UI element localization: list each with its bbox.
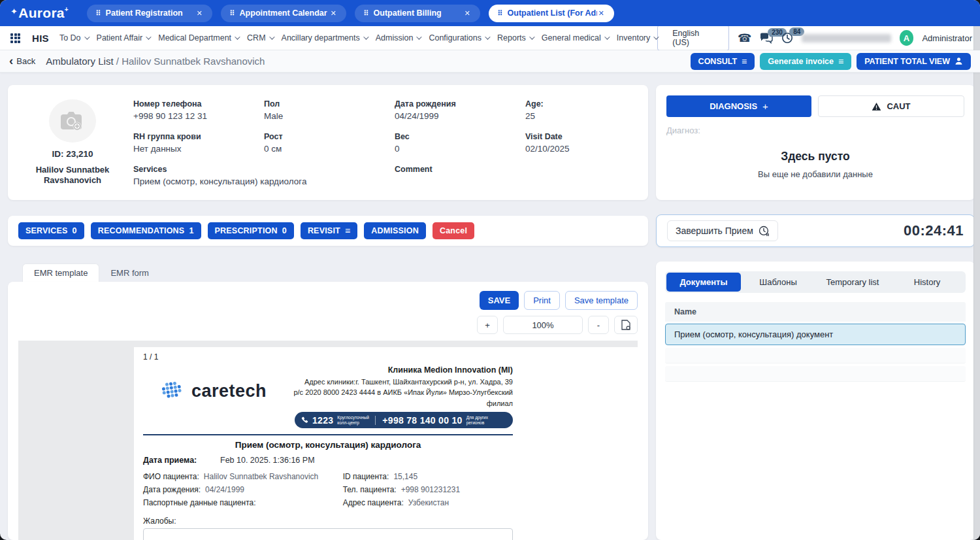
chevron-down-icon: [485, 34, 490, 39]
avatar[interactable]: A: [900, 30, 914, 46]
nav-item-inventory[interactable]: Inventory: [617, 33, 657, 42]
emr-editor-card: SAVE Print Save template + 100% -: [8, 282, 648, 540]
field-birth-date: Дата рождения 04/24/1999: [395, 99, 525, 121]
services-button[interactable]: SERVICES 0: [18, 222, 84, 239]
nav-item-reports[interactable]: Reports: [497, 33, 533, 42]
generate-invoice-button[interactable]: Generate invoice ≡: [760, 53, 851, 70]
document-row-empty: [665, 366, 966, 382]
zoom-in-button[interactable]: +: [477, 316, 498, 334]
breadcrumb-section[interactable]: Ambulatory List: [46, 56, 113, 67]
phone-icon[interactable]: ☎: [738, 31, 751, 45]
page-header: ‹ Back Ambulatory List / Halilov Sunnatb…: [0, 50, 980, 73]
save-button[interactable]: SAVE: [480, 291, 519, 310]
chevron-down-icon: [417, 34, 422, 39]
chevron-down-icon: [363, 34, 368, 39]
breadcrumb-patient: Halilov Sunnatbek Ravshanovich: [122, 56, 265, 67]
prescription-count: 0: [282, 226, 287, 235]
print-button[interactable]: Print: [524, 291, 560, 310]
save-template-button[interactable]: Save template: [565, 291, 638, 310]
nav-item-configurations[interactable]: Configurations: [429, 33, 489, 42]
close-icon[interactable]: ✕: [195, 8, 204, 19]
tab-emr-template[interactable]: EMR template: [22, 263, 99, 282]
redacted-org-label: [802, 34, 890, 42]
breadcrumb: Ambulatory List / Halilov Sunnatbek Ravs…: [46, 56, 265, 67]
patient-name: Halilov Sunnatbek Ravshanovich: [24, 165, 122, 186]
caut-button[interactable]: CAUT: [818, 95, 964, 117]
main-nav: HIS To Do Patient Affair Medical Departm…: [0, 26, 980, 50]
history-button[interactable]: 84: [781, 32, 793, 44]
nav-item-admission[interactable]: Admission: [376, 33, 421, 42]
drag-handle-icon[interactable]: ⠿: [229, 9, 235, 18]
doc-field-address: Адрес пациента:Узбекистан: [343, 498, 513, 507]
tab-outpatient-list[interactable]: ⠿ Outpatient List (For Admins) ✕: [489, 5, 614, 22]
visit-datetime-label: Дата приема:: [143, 456, 220, 465]
prescription-button[interactable]: PRESCRIPTION 0: [208, 222, 294, 239]
nav-item-medical-department[interactable]: Medical Department: [158, 33, 238, 42]
drag-handle-icon[interactable]: ⠿: [497, 9, 502, 18]
visit-actions-bar: SERVICES 0 RECOMMENDATIONS 1 PRESCRIPTIO…: [8, 216, 648, 246]
nav-item-general-medical[interactable]: General medical: [542, 33, 608, 42]
page-settings-button[interactable]: [614, 316, 638, 334]
finish-visit-button[interactable]: Завершить Прием: [667, 220, 778, 241]
clinic-account: р/с 2020 8000 2423 4444 в АИКБ «Ипак Йул…: [267, 387, 513, 409]
back-button[interactable]: ‹ Back: [9, 56, 35, 67]
field-visit-date: Visit Date 02/10/2025: [525, 132, 632, 154]
consult-button[interactable]: CONSULT ≡: [691, 53, 755, 70]
chat-button[interactable]: 230: [760, 33, 773, 44]
clinic-phone-number: +998 78 140 00 10: [382, 415, 462, 426]
cancel-button[interactable]: Cancel: [433, 222, 474, 239]
drag-handle-icon[interactable]: ⠿: [95, 9, 101, 18]
apps-grid-icon[interactable]: [8, 31, 23, 46]
document-page: 1 / 1: [134, 347, 638, 540]
tab-documents[interactable]: Документы: [666, 273, 741, 292]
doc-field-fio: ФИО пациента:Halilov Sunnatbek Ravshanov…: [143, 472, 343, 481]
recommendations-button[interactable]: RECOMMENDATIONS 1: [91, 222, 201, 239]
doc-field-tel: Тел. пациента:+998 901231231: [343, 485, 513, 494]
zoom-out-button[interactable]: -: [588, 316, 609, 334]
nav-menu: To Do Patient Affair Medical Department …: [59, 33, 657, 42]
close-icon[interactable]: ✕: [463, 8, 472, 19]
page-number: 1 / 1: [143, 352, 638, 362]
person-icon: [955, 57, 963, 65]
admission-button[interactable]: ADMISSION: [364, 222, 426, 239]
nav-item-crm[interactable]: CRM: [247, 33, 272, 42]
tab-emr-form[interactable]: EMR form: [99, 264, 160, 282]
top-bar: ✦ Aurora + ⠿ Patient Registration ✕ ⠿ Ap…: [0, 0, 980, 26]
drag-handle-icon[interactable]: ⠿: [363, 9, 368, 18]
tab-history[interactable]: History: [890, 273, 964, 292]
nav-item-patient-affair[interactable]: Patient Affair: [97, 33, 150, 42]
tab-temporary-list[interactable]: Temporary list: [815, 273, 890, 292]
caretech-logo-text: caretech: [191, 381, 267, 401]
window-scrollbar[interactable]: [973, 26, 980, 540]
diagnosis-add-button[interactable]: DIAGNOSIS +: [666, 95, 811, 117]
app-window: ✦ Aurora + ⠿ Patient Registration ✕ ⠿ Ap…: [0, 0, 980, 540]
doc-field-id: ID пациента:15,145: [343, 472, 513, 481]
tab-patient-registration[interactable]: ⠿ Patient Registration ✕: [87, 5, 212, 22]
nav-item-his[interactable]: HIS: [32, 33, 49, 44]
chevron-down-icon: [604, 34, 610, 39]
tab-templates[interactable]: Шаблоны: [741, 273, 815, 292]
document-row-selected[interactable]: Прием (осмотр, консультация) документ: [665, 324, 966, 345]
document-preview[interactable]: 1 / 1: [18, 341, 638, 540]
nav-item-todo[interactable]: To Do: [59, 33, 88, 42]
app-logo[interactable]: ✦ Aurora +: [10, 5, 69, 21]
diagnosis-empty-state: Здесь пусто Вы еще не добавили данные: [666, 150, 964, 179]
user-name[interactable]: Administrator: [922, 33, 972, 43]
zoom-level[interactable]: 100%: [503, 316, 583, 334]
close-icon[interactable]: ✕: [329, 8, 338, 19]
close-icon[interactable]: ✕: [597, 8, 606, 19]
menu-icon: ≡: [345, 226, 350, 236]
doc-field-passport: Паспортные данные пациента:: [143, 498, 343, 507]
nav-item-ancillary[interactable]: Ancillary departments: [282, 33, 367, 42]
language-selector[interactable]: English (US): [657, 25, 729, 51]
patient-total-view-button[interactable]: PATIENT TOTAL VIEW: [857, 53, 971, 70]
recommendations-count: 1: [189, 226, 193, 235]
emr-tabs: EMR template EMR form: [8, 263, 648, 282]
patient-photo-upload[interactable]: [49, 99, 96, 143]
revisit-button[interactable]: REVISIT ≡: [301, 222, 357, 239]
tab-appointment-calendar[interactable]: ⠿ Appointment Calendar View ✕: [221, 5, 346, 22]
clinic-phone-note: Для других регионов: [466, 415, 498, 426]
visit-timer-card: Завершить Прием 00:24:41: [656, 214, 975, 247]
tab-outpatient-billing[interactable]: ⠿ Outpatient Billing ✕: [355, 5, 480, 22]
complaints-input[interactable]: [143, 528, 513, 540]
